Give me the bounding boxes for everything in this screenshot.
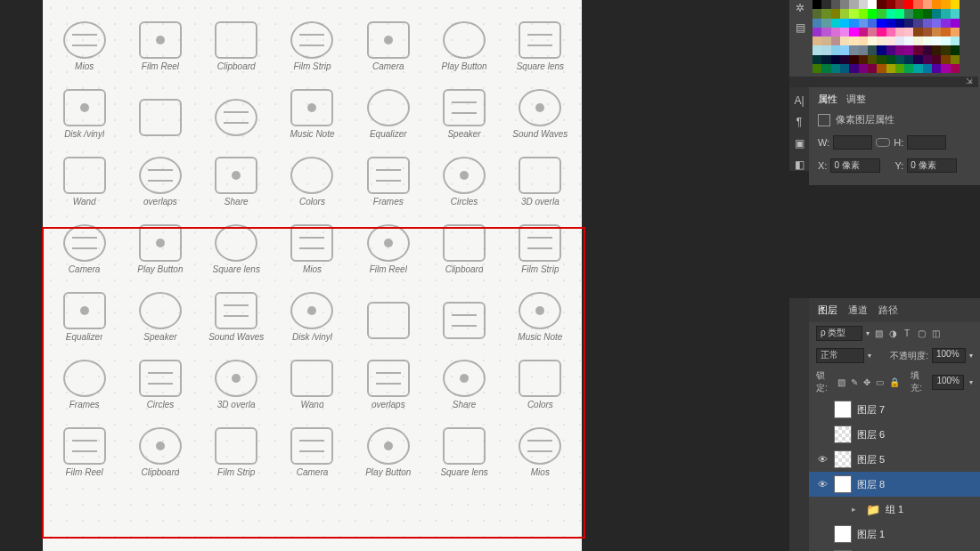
color-swatch[interactable] [813,64,821,73]
color-swatch[interactable] [821,36,830,45]
color-swatch[interactable] [813,19,821,28]
color-swatch[interactable] [821,19,830,28]
color-swatch[interactable] [895,64,904,73]
lock-artboard-icon[interactable]: ▭ [876,377,884,387]
filter-image-icon[interactable]: ▧ [873,328,884,339]
color-swatch[interactable] [813,36,821,45]
tab-adjustments[interactable]: 调整 [846,93,866,106]
color-swatch[interactable] [886,19,895,28]
color-swatch[interactable] [868,9,877,18]
color-swatch[interactable] [932,36,941,45]
color-swatch[interactable] [913,55,922,64]
color-swatch[interactable] [859,55,868,64]
color-swatch[interactable] [859,64,868,73]
color-swatch[interactable] [932,0,941,9]
color-swatch[interactable] [868,55,877,64]
layer-row[interactable]: 图层 7 [809,397,980,422]
color-swatch[interactable] [951,45,960,54]
color-swatch[interactable] [821,9,830,18]
filter-smart-icon[interactable]: ◫ [930,328,941,339]
swatch-tool-icon[interactable]: ✲ [796,2,804,14]
tab-paths[interactable]: 路径 [878,304,898,317]
color-swatch[interactable] [859,45,868,54]
color-swatch[interactable] [831,64,840,73]
layer-row[interactable]: 背景 [809,547,980,551]
color-swatch[interactable] [886,55,895,64]
lock-brush-icon[interactable]: ✎ [851,377,858,387]
color-swatch[interactable] [923,0,932,9]
color-swatch[interactable] [813,9,821,18]
color-swatch[interactable] [895,45,904,54]
color-swatch[interactable] [840,55,849,64]
character-panel-icon[interactable]: A| [794,94,804,107]
paragraph-panel-icon[interactable]: ¶ [796,116,802,128]
color-swatch[interactable] [923,45,932,54]
color-swatch[interactable] [840,36,849,45]
color-swatch[interactable] [951,0,960,9]
filter-type-select[interactable]: ρ 类型 [816,326,862,341]
layer-thumbnail[interactable] [834,401,852,418]
layer-thumbnail[interactable] [834,475,852,493]
layer-row[interactable]: 图层 1 [809,522,980,547]
color-swatch[interactable] [895,36,904,45]
color-swatch[interactable] [923,28,932,36]
filter-shape-icon[interactable]: ▢ [916,328,927,339]
color-swatch[interactable] [886,0,895,9]
color-swatch[interactable] [821,64,830,73]
color-swatch[interactable] [904,28,913,36]
color-swatch[interactable] [877,36,886,45]
color-swatch[interactable] [831,28,840,36]
color-swatch[interactable] [859,0,868,9]
color-swatch[interactable] [859,9,868,18]
color-swatch[interactable] [941,45,950,54]
y-field[interactable]: 0 像素 [907,158,957,173]
color-swatch[interactable] [877,9,886,18]
layer-name[interactable]: 图层 1 [857,528,885,541]
layer-row[interactable]: 图层 6 [809,422,980,447]
color-swatch[interactable] [904,19,913,28]
color-swatch[interactable] [840,0,849,9]
color-swatch[interactable] [886,64,895,73]
tab-layers[interactable]: 图层 [818,304,837,317]
color-swatch[interactable] [923,36,932,45]
color-swatch[interactable] [840,28,849,36]
color-swatch[interactable] [904,9,913,18]
color-swatch[interactable] [831,55,840,64]
color-swatch[interactable] [941,19,950,28]
color-swatch[interactable] [821,55,830,64]
color-swatch[interactable] [831,36,840,45]
canvas-area[interactable]: MiosFilm ReelClipboardFilm StripCameraPl… [0,0,789,551]
color-swatch[interactable] [813,28,821,36]
color-swatch[interactable] [840,45,849,54]
color-swatch[interactable] [895,0,904,9]
group-disclosure-icon[interactable]: ▸ [852,505,861,514]
color-swatch[interactable] [941,28,950,36]
color-swatch[interactable] [913,45,922,54]
color-swatch[interactable] [831,9,840,18]
layer-row[interactable]: ▸📁组 1 [809,497,980,522]
color-swatch[interactable] [849,64,858,73]
color-swatch[interactable] [868,45,877,54]
color-swatch[interactable] [877,64,886,73]
layer-name[interactable]: 组 1 [886,503,903,516]
color-swatch[interactable] [877,28,886,36]
color-swatch[interactable] [951,64,960,73]
color-swatch[interactable] [821,45,830,54]
color-swatch[interactable] [877,45,886,54]
link-wh-icon[interactable] [876,138,890,147]
blend-mode-select[interactable]: 正常 [816,348,864,363]
adjustments-dock-icon[interactable]: ◧ [795,158,804,171]
color-swatch[interactable] [941,55,950,64]
color-swatch[interactable] [831,0,840,9]
color-swatch[interactable] [849,19,858,28]
selection-rectangle[interactable] [42,227,585,539]
color-swatch[interactable] [877,0,886,9]
color-swatch[interactable] [913,36,922,45]
color-swatch[interactable] [913,28,922,36]
color-swatch[interactable] [886,9,895,18]
color-swatch[interactable] [951,36,960,45]
color-swatch[interactable] [932,28,941,36]
color-swatch[interactable] [877,19,886,28]
color-swatch[interactable] [895,28,904,36]
color-swatch[interactable] [895,19,904,28]
